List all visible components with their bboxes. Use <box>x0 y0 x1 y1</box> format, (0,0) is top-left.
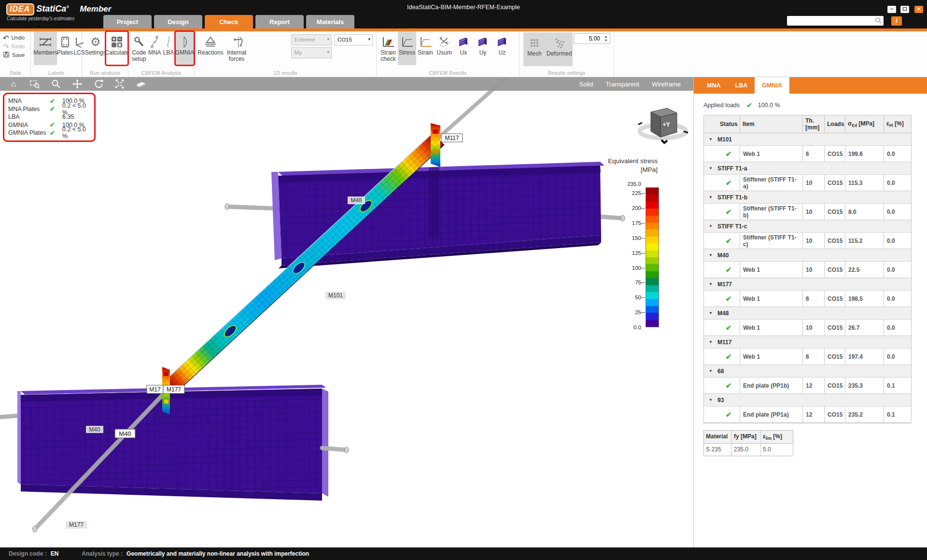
extreme-dropdown[interactable]: Extreme▾ <box>291 34 332 45</box>
mna-button[interactable]: MNA <box>147 31 162 65</box>
code-setup-button[interactable]: Code setup <box>130 31 147 65</box>
table-group-row[interactable]: ▼93 <box>704 394 911 406</box>
collapse-icon[interactable]: ▼ <box>704 340 717 344</box>
viewport-3d[interactable]: M117 M48 M101 M17 <box>0 77 693 547</box>
view-mode-transparent[interactable]: Transparent <box>605 81 639 88</box>
minimize-button[interactable]: – <box>887 6 896 13</box>
usum-button[interactable]: Usum <box>435 31 454 65</box>
legend-tick-label: 50 <box>619 294 641 300</box>
collapse-icon[interactable]: ▼ <box>704 311 717 315</box>
table-row[interactable]: ✔Stiffener (STIFF T1-c)10CO15115.20.0 <box>704 233 911 249</box>
strain-check-button[interactable]: Strain check <box>379 31 398 65</box>
table-row[interactable]: ✔Web 16CO15199.60.0 <box>704 146 911 162</box>
summary-label: LBA <box>8 113 50 120</box>
reactions-button[interactable]: Reactions <box>197 31 224 65</box>
ux-button[interactable]: Ux <box>454 31 473 65</box>
collapse-icon[interactable]: ▼ <box>704 166 717 170</box>
mesh-button[interactable]: Mesh <box>523 32 546 66</box>
uy-button[interactable]: Uy <box>473 31 492 65</box>
zoom-fit-icon[interactable] <box>114 79 126 89</box>
legend-tick-label: 25 <box>619 309 641 315</box>
home-view-icon[interactable]: ⌂ <box>8 79 19 89</box>
mesh-deformed-group: Mesh Deformed <box>523 32 573 66</box>
table-group-row[interactable]: ▼STIFF T1-b <box>704 191 911 204</box>
col-thickness: Th.[mm] <box>803 115 825 133</box>
table-row[interactable]: ✔End plate (PP1a)12CO15235.20.1 <box>704 406 911 423</box>
collapse-icon[interactable]: ▼ <box>704 137 717 141</box>
pan-icon[interactable] <box>71 79 83 89</box>
tab-project[interactable]: Project <box>103 15 152 28</box>
spin-down-icon[interactable]: ▼ <box>603 39 609 42</box>
table-group-row[interactable]: ▼68 <box>704 365 911 378</box>
beam-m40[interactable] <box>17 385 328 501</box>
settings-button[interactable]: ⚙ Settings <box>85 31 106 65</box>
table-group-row[interactable]: ▼M177 <box>704 278 911 291</box>
panel-tab-gmnia[interactable]: GMNIA <box>755 77 789 94</box>
view-mode-solid[interactable]: Solid <box>579 81 593 88</box>
zoom-window-icon[interactable] <box>29 79 41 89</box>
group-label: M40 <box>717 252 729 259</box>
table-group-row[interactable]: ▼M101 <box>704 133 911 146</box>
collapse-icon[interactable]: ▼ <box>704 253 717 257</box>
search-box <box>787 16 884 26</box>
table-row[interactable]: ✔Web 110CO1522.50.0 <box>704 262 911 278</box>
tab-design[interactable]: Design <box>154 15 202 28</box>
load-combo-dropdown[interactable]: CO15▾ <box>334 34 373 45</box>
table-group-row[interactable]: ▼M40 <box>704 249 911 262</box>
table-row[interactable]: ✔End plate (PP1b)12CO15235.30.1 <box>704 378 911 394</box>
table-row[interactable]: ✔Stiffener (STIFF T1-a)10CO15115.30.0 <box>704 175 911 191</box>
rotate-icon[interactable] <box>93 79 104 89</box>
maximize-button[interactable] <box>900 6 909 13</box>
panel-tab-mna[interactable]: MNA <box>700 77 728 94</box>
info-button[interactable]: i <box>891 16 902 26</box>
legend-tick-label: 0.0 <box>619 324 641 330</box>
zoom-icon[interactable] <box>50 79 62 89</box>
clipping-box-icon[interactable] <box>135 79 147 89</box>
gmnia-button[interactable]: GMNIA <box>175 31 194 65</box>
tab-materials[interactable]: Materials <box>306 15 354 28</box>
ribbon-group-1d-results: Reactions Internal forces Extreme▾ My▾ C… <box>195 31 377 77</box>
status-check-icon: ✔ <box>717 146 740 162</box>
table-group-row[interactable]: ▼STIFF T1-a <box>704 162 911 175</box>
stress-button[interactable]: Stress <box>398 31 416 65</box>
save-button[interactable]: Save <box>3 51 30 59</box>
deformed-scale-input[interactable] <box>574 34 602 43</box>
deformed-button[interactable]: Deformed <box>546 32 573 66</box>
table-row[interactable]: ✔Web 16CO15197.40.0 <box>704 349 911 365</box>
table-row[interactable]: ✔Stiffener (STIFF T1-b)10CO158.00.0 <box>704 204 911 220</box>
calculate-button[interactable]: Calculate <box>106 31 128 65</box>
cell-thickness: 10 <box>803 233 825 249</box>
members-button[interactable]: Members <box>34 31 57 65</box>
table-group-row[interactable]: ▼STIFF T1-c <box>704 220 911 233</box>
collapse-icon[interactable]: ▼ <box>704 398 717 402</box>
lba-button[interactable]: LBA <box>162 31 175 65</box>
close-button[interactable]: ✕ <box>914 6 923 13</box>
my-dropdown[interactable]: My▾ <box>291 47 332 58</box>
strain-button[interactable]: Strain <box>416 31 435 65</box>
collapse-icon[interactable]: ▼ <box>704 224 717 228</box>
internal-forces-button[interactable]: Internal forces <box>224 31 249 65</box>
tab-report[interactable]: Report <box>255 15 304 28</box>
table-row[interactable]: ✔Web 16CO15198.50.0 <box>704 291 911 307</box>
undo-button[interactable]: ↶Undo <box>3 33 30 42</box>
plates-button[interactable]: Plates <box>57 31 73 65</box>
collapse-icon[interactable]: ▼ <box>704 195 717 199</box>
panel-tab-lba[interactable]: LBA <box>728 77 755 94</box>
uz-icon <box>496 34 508 50</box>
collapse-icon[interactable]: ▼ <box>704 282 717 286</box>
redo-button[interactable]: ↷Redo <box>3 42 30 51</box>
table-group-row[interactable]: ▼M117 <box>704 336 911 349</box>
usum-label: Usum <box>436 50 451 56</box>
cell-sigma: 22.5 <box>845 262 884 278</box>
spin-up-icon[interactable]: ▲ <box>603 35 609 39</box>
navigation-cube[interactable]: +Y <box>636 101 689 147</box>
uz-button[interactable]: Uz <box>492 31 512 65</box>
group-label-cbfem-analysis: CBFEM Analysis <box>128 70 194 76</box>
view-mode-wireframe[interactable]: Wireframe <box>652 81 681 88</box>
member-label-m177: M177 <box>163 385 184 393</box>
table-row[interactable]: ✔Web 110CO1526.70.0 <box>704 320 911 336</box>
tab-check[interactable]: Check <box>205 15 253 28</box>
search-input[interactable] <box>787 16 884 26</box>
collapse-icon[interactable]: ▼ <box>704 369 717 373</box>
table-group-row[interactable]: ▼M48 <box>704 307 911 320</box>
